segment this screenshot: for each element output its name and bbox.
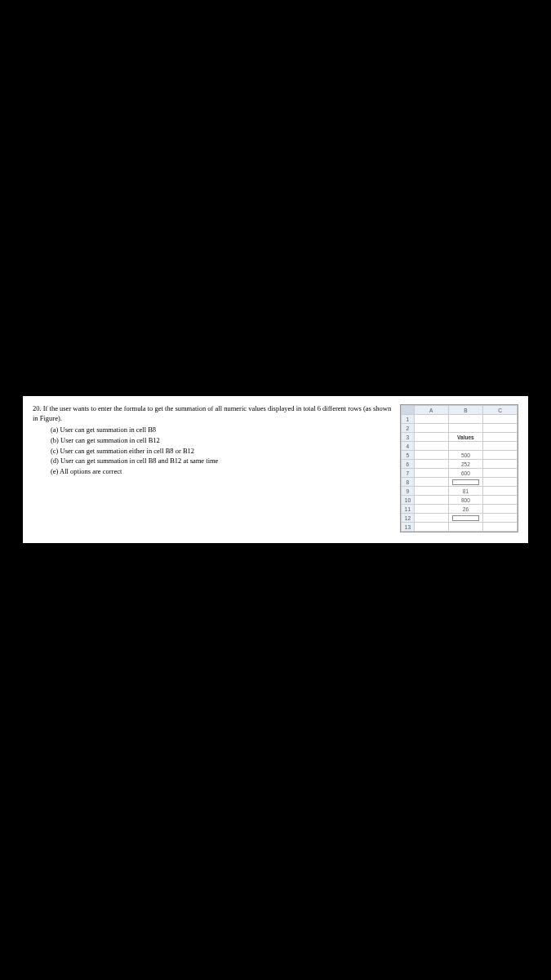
row-header: 11 bbox=[402, 505, 415, 514]
row-header: 13 bbox=[402, 523, 415, 532]
cell-b12-input bbox=[448, 514, 482, 523]
option-e: (e) All options are correct bbox=[51, 467, 392, 477]
question-number: 20. bbox=[33, 404, 42, 412]
cell bbox=[483, 514, 518, 523]
options-list: (a) User can get summation in cell B8 (b… bbox=[51, 425, 392, 477]
option-b: (b) User can get summation in cell B12 bbox=[51, 436, 392, 446]
cell bbox=[414, 415, 448, 424]
cell bbox=[414, 442, 448, 451]
option-d: (d) User can get summation in cell B8 an… bbox=[51, 457, 392, 466]
cell: 252 bbox=[448, 460, 482, 469]
cell: 500 bbox=[448, 451, 482, 460]
row-header: 3 bbox=[402, 433, 415, 442]
document-page: 20. If the user wants to enter the formu… bbox=[23, 396, 528, 543]
corner-cell bbox=[402, 406, 415, 415]
row-header: 1 bbox=[402, 415, 415, 424]
cell bbox=[483, 442, 518, 451]
table-row: 9 81 bbox=[402, 487, 518, 496]
row-header: 6 bbox=[402, 460, 415, 469]
row-header: 4 bbox=[402, 442, 415, 451]
cell bbox=[483, 460, 518, 469]
cell bbox=[414, 460, 448, 469]
row-header: 8 bbox=[402, 478, 415, 487]
cell bbox=[414, 424, 448, 433]
question-block: 20. If the user wants to enter the formu… bbox=[33, 404, 392, 535]
cell bbox=[414, 478, 448, 487]
option-c: (c) User can get summation either in cel… bbox=[51, 447, 392, 457]
cell bbox=[483, 496, 518, 505]
row-header: 9 bbox=[402, 487, 415, 496]
col-header-a: A bbox=[414, 406, 448, 415]
cell: 800 bbox=[448, 496, 482, 505]
cell: 26 bbox=[448, 505, 482, 514]
cell bbox=[414, 514, 448, 523]
col-header-b: B bbox=[448, 406, 482, 415]
cell-b8-input bbox=[448, 478, 482, 487]
table-row: 2 bbox=[402, 424, 518, 433]
table-row: 1 bbox=[402, 415, 518, 424]
cell bbox=[448, 415, 482, 424]
row-header: 10 bbox=[402, 496, 415, 505]
cell bbox=[448, 523, 482, 532]
cell bbox=[483, 424, 518, 433]
row-header: 12 bbox=[402, 514, 415, 523]
spreadsheet-table: A B C 1 2 3 Values bbox=[401, 405, 518, 532]
row-header: 5 bbox=[402, 451, 415, 460]
cell bbox=[448, 442, 482, 451]
table-row: 5 500 bbox=[402, 451, 518, 460]
table-row: 6 252 bbox=[402, 460, 518, 469]
table-row: 11 26 bbox=[402, 505, 518, 514]
cell bbox=[414, 523, 448, 532]
cell: 81 bbox=[448, 487, 482, 496]
cell: 600 bbox=[448, 469, 482, 478]
col-header-c: C bbox=[483, 406, 518, 415]
cell bbox=[414, 433, 448, 442]
question-text: 20. If the user wants to enter the formu… bbox=[33, 404, 392, 424]
values-heading-cell: Values bbox=[448, 433, 482, 442]
column-header-row: A B C bbox=[402, 406, 518, 415]
row-header: 2 bbox=[402, 424, 415, 433]
cell bbox=[483, 505, 518, 514]
cell bbox=[414, 451, 448, 460]
option-a: (a) User can get summation in cell B8 bbox=[51, 425, 392, 435]
row-header: 7 bbox=[402, 469, 415, 478]
cell bbox=[448, 424, 482, 433]
question-body: If the user wants to enter the formula t… bbox=[33, 404, 391, 422]
cell bbox=[414, 469, 448, 478]
table-row: 10 800 bbox=[402, 496, 518, 505]
cell bbox=[414, 505, 448, 514]
table-row: 7 600 bbox=[402, 469, 518, 478]
table-row: 8 bbox=[402, 478, 518, 487]
table-row: 4 bbox=[402, 442, 518, 451]
table-row: 13 bbox=[402, 523, 518, 532]
table-row: 12 bbox=[402, 514, 518, 523]
spreadsheet-figure: A B C 1 2 3 Values bbox=[400, 404, 518, 532]
cell bbox=[414, 487, 448, 496]
table-row: 3 Values bbox=[402, 433, 518, 442]
cell bbox=[483, 478, 518, 487]
cell bbox=[483, 487, 518, 496]
cell bbox=[483, 469, 518, 478]
cell bbox=[483, 415, 518, 424]
cell bbox=[483, 451, 518, 460]
cell bbox=[483, 523, 518, 532]
cell bbox=[414, 496, 448, 505]
cell bbox=[483, 433, 518, 442]
